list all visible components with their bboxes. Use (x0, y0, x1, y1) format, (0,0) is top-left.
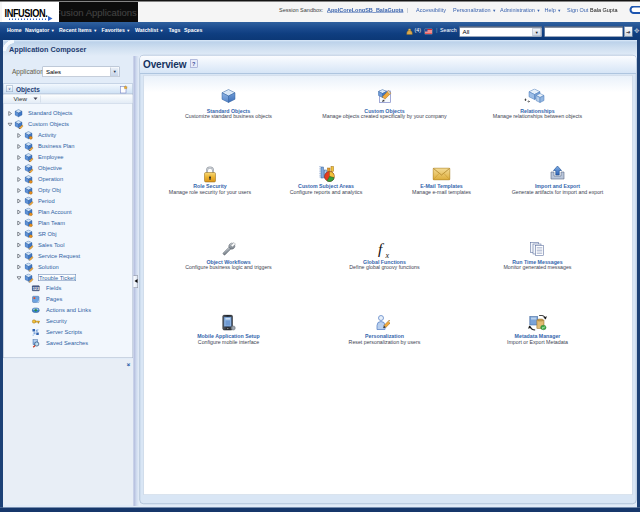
svg-text:f: f (378, 242, 385, 258)
svg-text:123: 123 (33, 287, 39, 291)
svg-text:x: x (385, 251, 390, 259)
